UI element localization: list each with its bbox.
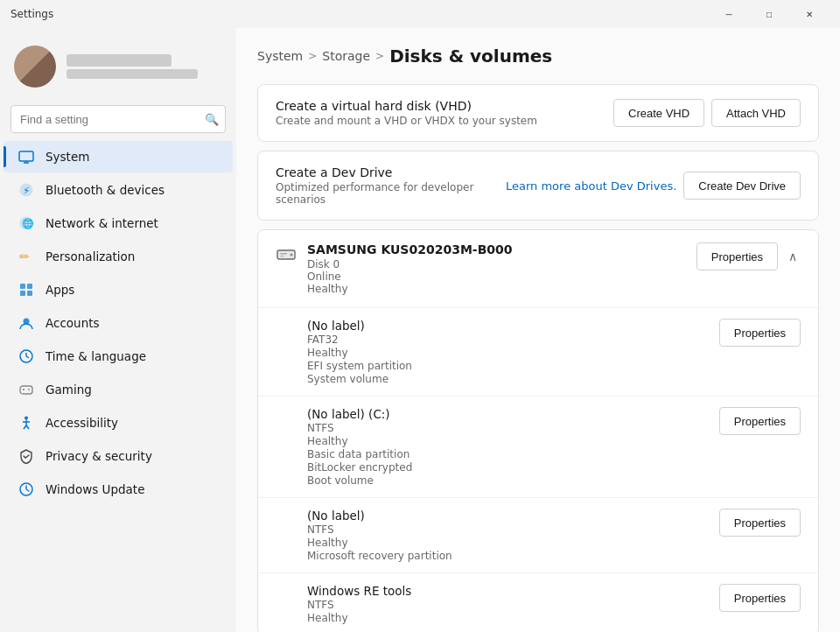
- partition-properties-button-3[interactable]: Properties: [719, 584, 801, 612]
- sidebar-item-update[interactable]: Windows Update: [4, 474, 233, 505]
- partition-row-2: (No label) NTFS Healthy Microsoft recove…: [258, 497, 818, 572]
- avatar: [14, 46, 56, 88]
- maximize-button[interactable]: □: [749, 0, 789, 28]
- sidebar-item-gaming[interactable]: Gaming: [4, 374, 233, 405]
- breadcrumb-sep-1: >: [308, 50, 317, 62]
- partition-detail-1: NTFS Healthy Basic data partition BitLoc…: [307, 422, 705, 487]
- accounts-icon: [18, 314, 35, 332]
- partition-fs-3: NTFS: [307, 599, 705, 611]
- dev-drive-actions: Learn more about Dev Drives. Create Dev …: [506, 172, 801, 200]
- dev-drive-row: Create a Dev Drive Optimized performance…: [258, 151, 818, 220]
- partition-row-1: (No label) (C:) NTFS Healthy Basic data …: [258, 396, 818, 497]
- partition-health-0: Healthy: [307, 347, 705, 359]
- sidebar-item-privacy[interactable]: Privacy & security: [4, 440, 233, 472]
- sidebar-item-apps[interactable]: Apps: [4, 274, 233, 305]
- user-email-text: [66, 69, 198, 79]
- user-info: [66, 54, 198, 79]
- app-container: 🔍 System ⚡ Bluetooth & devices: [0, 28, 840, 632]
- avatar-image: [14, 46, 56, 88]
- svg-rect-11: [27, 291, 32, 296]
- sidebar-item-personalization[interactable]: ✏️ Personalization: [4, 241, 233, 272]
- create-vhd-button[interactable]: Create VHD: [613, 99, 704, 127]
- user-name-text: [66, 54, 172, 67]
- breadcrumb-system[interactable]: System: [257, 49, 303, 63]
- time-icon: [18, 348, 35, 365]
- partition-fs-2: NTFS: [307, 523, 705, 536]
- partition-properties-button-0[interactable]: Properties: [719, 319, 801, 347]
- disk-collapse-button[interactable]: ∧: [785, 246, 801, 267]
- disk-id: Disk 0: [307, 258, 686, 270]
- search-box: 🔍: [10, 105, 226, 133]
- svg-point-20: [24, 417, 28, 420]
- bluetooth-icon: ⚡: [18, 181, 35, 199]
- disk-health: Healthy: [307, 283, 686, 295]
- breadcrumb: System > Storage > Disks & volumes: [257, 46, 819, 67]
- vhd-actions: Create VHD Attach VHD: [613, 99, 801, 127]
- partition-info-0: (No label) FAT32 Healthy EFI system part…: [307, 319, 705, 385]
- dev-drive-title: Create a Dev Drive: [276, 165, 492, 179]
- sidebar-item-network[interactable]: 🌐 Network & internet: [4, 207, 233, 239]
- partition-health-3: Healthy: [307, 612, 705, 624]
- sidebar-item-label-system: System: [46, 150, 219, 164]
- partition-extra-1: BitLocker encrypted: [307, 461, 705, 474]
- close-button[interactable]: ✕: [789, 0, 830, 28]
- vhd-desc: Create and mount a VHD or VHDX to your s…: [276, 115, 599, 127]
- breadcrumb-storage[interactable]: Storage: [322, 49, 370, 63]
- vhd-row: Create a virtual hard disk (VHD) Create …: [258, 85, 818, 141]
- network-icon: 🌐: [18, 214, 35, 232]
- partition-info-1: (No label) (C:) NTFS Healthy Basic data …: [307, 407, 705, 487]
- disk-section: SAMSUNG KUS020203M-B000 Disk 0 Online He…: [257, 229, 819, 632]
- title-bar: Settings ─ □ ✕: [0, 0, 840, 28]
- svg-rect-0: [19, 151, 33, 161]
- sidebar-item-accounts[interactable]: Accounts: [4, 307, 233, 339]
- sidebar-item-label-network: Network & internet: [46, 216, 219, 230]
- disk-properties-button[interactable]: Properties: [696, 242, 778, 270]
- sidebar-item-accessibility[interactable]: Accessibility: [4, 407, 233, 439]
- partition-row-0: (No label) FAT32 Healthy EFI system part…: [258, 307, 818, 396]
- partition-actions-2: Properties: [719, 509, 801, 537]
- page-title: Disks & volumes: [389, 46, 552, 67]
- disk-icon: [276, 244, 297, 265]
- partition-detail-3: NTFS Healthy: [307, 599, 705, 624]
- sidebar-item-label-privacy: Privacy & security: [46, 449, 219, 463]
- partition-extra2-1: Boot volume: [307, 474, 705, 487]
- dev-drive-learn-link[interactable]: Learn more about Dev Drives.: [506, 179, 676, 193]
- partition-title-0: (No label): [307, 319, 705, 333]
- sidebar-item-system[interactable]: System: [4, 141, 233, 172]
- disk-name: SAMSUNG KUS020203M-B000: [307, 242, 686, 256]
- svg-rect-10: [20, 291, 25, 296]
- svg-rect-30: [280, 256, 284, 256]
- svg-rect-29: [280, 253, 287, 255]
- partition-detail-2: NTFS Healthy Microsoft recovery partitio…: [307, 523, 705, 562]
- search-input[interactable]: [10, 105, 226, 133]
- partition-title-1: (No label) (C:): [307, 407, 705, 421]
- gaming-icon: [18, 381, 35, 398]
- sidebar-item-label-time: Time & language: [46, 349, 219, 363]
- dev-drive-desc: Optimized performance for developer scen…: [276, 181, 492, 206]
- disk-meta: Disk 0 Online Healthy: [307, 258, 686, 295]
- sidebar-item-time[interactable]: Time & language: [4, 341, 233, 372]
- disk-status: Online: [307, 270, 686, 283]
- update-icon: [18, 481, 35, 498]
- minimize-button[interactable]: ─: [709, 0, 749, 28]
- sidebar-item-label-accessibility: Accessibility: [46, 416, 219, 430]
- sidebar-item-bluetooth[interactable]: ⚡ Bluetooth & devices: [4, 174, 233, 206]
- partition-health-1: Healthy: [307, 435, 705, 447]
- dev-drive-card: Create a Dev Drive Optimized performance…: [257, 151, 819, 221]
- vhd-title: Create a virtual hard disk (VHD): [276, 99, 599, 113]
- disk-info: SAMSUNG KUS020203M-B000 Disk 0 Online He…: [307, 242, 686, 295]
- partition-health-2: Healthy: [307, 537, 705, 549]
- partition-properties-button-2[interactable]: Properties: [719, 509, 801, 537]
- partition-fs-1: NTFS: [307, 422, 705, 434]
- attach-vhd-button[interactable]: Attach VHD: [711, 99, 801, 127]
- svg-rect-9: [27, 284, 32, 289]
- breadcrumb-sep-2: >: [375, 50, 384, 62]
- sidebar-item-label-personalization: Personalization: [46, 249, 219, 263]
- partition-type-2: Microsoft recovery partition: [307, 550, 705, 562]
- create-dev-drive-button[interactable]: Create Dev Drive: [683, 172, 801, 200]
- sidebar-item-label-gaming: Gaming: [46, 383, 219, 397]
- sidebar: 🔍 System ⚡ Bluetooth & devices: [0, 28, 236, 632]
- svg-line-15: [26, 356, 29, 358]
- partition-properties-button-1[interactable]: Properties: [719, 407, 801, 435]
- dev-drive-text: Create a Dev Drive Optimized performance…: [276, 165, 492, 206]
